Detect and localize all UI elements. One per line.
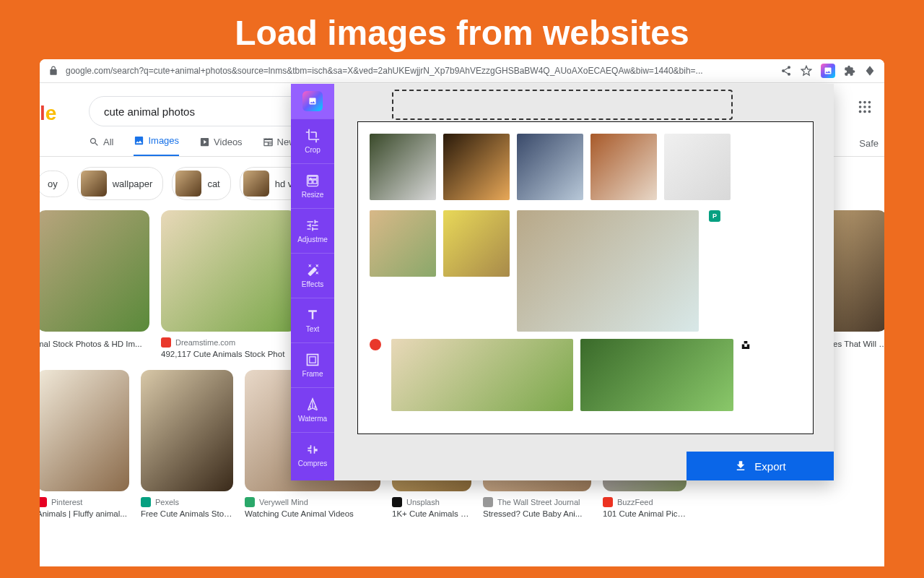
filter-chips: oy wallpaper cat hd v <box>40 167 303 200</box>
text-icon <box>305 308 320 322</box>
puzzle-icon[interactable] <box>844 65 855 77</box>
result-item[interactable]: Pinterest Animals | Fluffy animal... <box>40 370 129 518</box>
tool-effects[interactable]: Effects <box>291 253 334 298</box>
result-source: Dreamstime.com <box>161 337 297 348</box>
tool-compress[interactable]: Compres <box>291 432 334 477</box>
svg-point-0 <box>859 101 862 104</box>
image-icon <box>134 135 144 146</box>
editor-logo[interactable] <box>291 84 334 118</box>
loaded-images-grid: P <box>357 121 814 434</box>
unsplash-badge-icon <box>741 339 751 349</box>
tool-label: Waterma <box>298 415 327 423</box>
tool-label: Crop <box>305 146 321 154</box>
extension-icon[interactable] <box>821 64 835 78</box>
tool-crop[interactable]: Crop <box>291 118 334 163</box>
loaded-image[interactable] <box>517 134 583 200</box>
chip-truncated[interactable]: oy <box>40 171 69 197</box>
star-icon[interactable] <box>801 65 812 77</box>
tool-frame[interactable]: Frame <box>291 342 334 387</box>
tool-text[interactable]: Text <box>291 298 334 342</box>
tab-all[interactable]: All <box>89 137 113 156</box>
tool-label: Effects <box>302 280 323 288</box>
result-source: Pexels <box>141 497 233 507</box>
share-icon[interactable] <box>780 65 792 77</box>
loaded-image[interactable] <box>580 339 733 411</box>
result-item[interactable]: Dreamstime.com 492,117 Cute Animals Stoc… <box>161 210 297 358</box>
loaded-image[interactable] <box>517 210 699 332</box>
result-source: The Wall Street Journal <box>483 497 591 507</box>
google-logo: le <box>40 102 56 125</box>
lock-icon <box>48 66 58 76</box>
tool-label: Compres <box>298 460 328 467</box>
loaded-image[interactable] <box>370 210 436 277</box>
loaded-image[interactable] <box>590 134 657 200</box>
chip-label: hd v <box>275 178 293 189</box>
result-title: 101 Cute Animal Pictures T <box>603 509 687 518</box>
profile-icon[interactable] <box>864 65 876 77</box>
download-icon <box>734 460 747 473</box>
svg-rect-9 <box>308 355 318 366</box>
tab-label: All <box>103 137 113 147</box>
loaded-image[interactable] <box>664 134 731 200</box>
url-text[interactable]: google.com/search?q=cute+animal+photos&s… <box>66 66 773 76</box>
result-source: BuzzFeed <box>603 497 687 507</box>
editor-extension-panel: Crop Resize Adjustme Effects Text Frame … <box>291 84 834 480</box>
resize-icon <box>305 173 320 188</box>
result-title: mal Stock Photos & HD Im... <box>40 340 149 348</box>
news-icon <box>263 137 274 147</box>
search-tabs: All Images Videos News <box>89 135 300 157</box>
result-title: Animals | Fluffy animal... <box>40 509 129 518</box>
result-source: Verywell Mind <box>245 497 380 507</box>
tool-resize[interactable]: Resize <box>291 163 334 208</box>
apps-grid-icon[interactable] <box>857 99 873 115</box>
tab-label: Images <box>148 135 179 146</box>
search-icon <box>89 137 100 147</box>
result-title: 492,117 Cute Animals Stock Phot <box>161 350 297 358</box>
tab-images[interactable]: Images <box>134 135 179 157</box>
pexels-badge-icon: P <box>709 210 720 222</box>
svg-point-3 <box>859 105 862 108</box>
result-item[interactable]: mal Stock Photos & HD Im... <box>40 210 149 358</box>
editor-sidebar: Crop Resize Adjustme Effects Text Frame … <box>291 84 334 480</box>
tool-adjustments[interactable]: Adjustme <box>291 208 334 253</box>
svg-point-2 <box>868 101 871 104</box>
loaded-image[interactable] <box>443 210 510 277</box>
address-bar: google.com/search?q=cute+animal+photos&s… <box>40 59 884 83</box>
result-title: 1K+ Cute Animals Pict... <box>392 509 471 518</box>
chip-label: cat <box>207 178 219 189</box>
watermark-icon <box>305 397 320 412</box>
svg-point-1 <box>863 101 866 104</box>
drop-zone[interactable] <box>392 90 733 120</box>
svg-point-6 <box>859 111 862 113</box>
svg-point-8 <box>868 111 871 113</box>
loaded-image[interactable] <box>443 134 510 200</box>
result-title: Watching Cute Animal Videos <box>245 509 380 518</box>
chip-label: wallpaper <box>113 178 153 189</box>
editor-main: P Export <box>334 84 834 480</box>
result-title: Stressed? Cute Baby Ani... <box>483 509 591 518</box>
result-item[interactable]: Pexels Free Cute Animals Stoc... <box>141 370 233 518</box>
video-icon <box>199 137 210 147</box>
export-label: Export <box>754 460 785 473</box>
compress-icon <box>305 442 320 457</box>
tool-watermark[interactable]: Waterma <box>291 387 334 432</box>
safe-search-label[interactable]: Safe <box>859 138 879 149</box>
crop-icon <box>305 129 320 143</box>
result-source: Pinterest <box>40 497 129 507</box>
tab-videos[interactable]: Videos <box>199 137 243 156</box>
dreamstime-badge-icon <box>370 339 381 350</box>
result-source: Unsplash <box>392 497 471 507</box>
export-button[interactable]: Export <box>687 452 834 480</box>
chip-cat[interactable]: cat <box>172 167 230 200</box>
loaded-image[interactable] <box>370 134 436 200</box>
loaded-image[interactable] <box>391 339 573 411</box>
svg-rect-10 <box>310 357 315 363</box>
svg-point-4 <box>863 105 866 108</box>
result-title: Free Cute Animals Stoc... <box>141 509 233 518</box>
chip-wallpaper[interactable]: wallpaper <box>77 167 164 200</box>
frame-icon <box>305 353 320 367</box>
svg-point-7 <box>863 111 866 113</box>
banner-title: Load images from websites <box>0 0 924 61</box>
tool-label: Text <box>306 325 319 333</box>
tab-label: Videos <box>214 137 243 147</box>
